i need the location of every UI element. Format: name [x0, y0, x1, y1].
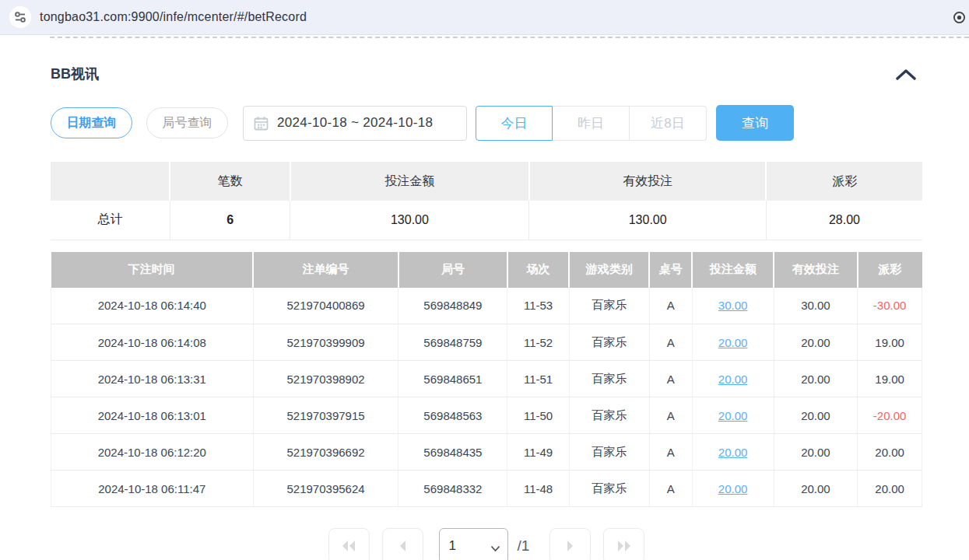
cell-valid-bet: 30.00 — [774, 288, 857, 324]
quick-range-group: 今日 昨日 近8日 — [476, 106, 707, 141]
cell-bet-time: 2024-10-18 06:13:01 — [51, 397, 254, 434]
bet-amount-link[interactable]: 30.00 — [718, 299, 748, 312]
cell-payout: 20.00 — [858, 434, 922, 471]
cell-round-number: 569848759 — [398, 324, 507, 361]
bet-amount-link[interactable]: 20.00 — [718, 446, 748, 459]
cell-game-type: 百家乐 — [569, 434, 649, 471]
tab-date-query[interactable]: 日期查询 — [51, 107, 132, 138]
cell-session: 11-53 — [507, 288, 569, 324]
summary-table: 笔数 投注金额 有效投注 派彩 总计 6 130.00 130.00 28.00 — [51, 162, 922, 240]
cell-valid-bet: 20.00 — [774, 324, 857, 361]
cell-game-type: 百家乐 — [569, 324, 649, 361]
summary-header-valid-bet: 有效投注 — [529, 162, 767, 201]
col-round-number: 局号 — [398, 252, 507, 288]
summary-header-row: 笔数 投注金额 有效投注 派彩 — [51, 162, 922, 201]
bet-amount-link[interactable]: 20.00 — [718, 373, 748, 386]
summary-total-label: 总计 — [51, 201, 170, 240]
col-payout: 派彩 — [858, 252, 922, 288]
col-valid-bet: 有效投注 — [774, 252, 857, 288]
page-select-wrap: 1 — [439, 528, 508, 560]
quick-last8days-button[interactable]: 近8日 — [630, 106, 707, 141]
dashed-divider — [50, 37, 969, 38]
cell-bet-time: 2024-10-18 06:13:31 — [51, 361, 254, 397]
cell-bet-amount: 20.00 — [692, 324, 774, 361]
cell-table-number: A — [649, 397, 692, 434]
cell-session: 11-50 — [507, 397, 569, 434]
date-range-picker[interactable]: 2024-10-18 ~ 2024-10-18 — [243, 106, 467, 141]
first-page-button[interactable] — [328, 528, 370, 560]
cell-payout: 19.00 — [858, 361, 922, 397]
panel-header: BB视讯 — [51, 65, 922, 83]
cell-order-number: 521970397915 — [253, 397, 398, 434]
tab-round-query[interactable]: 局号查询 — [146, 107, 228, 138]
chevron-right-icon — [566, 540, 575, 552]
target-circle-icon[interactable] — [953, 11, 966, 27]
cell-table-number: A — [649, 471, 692, 507]
table-row: 2024-10-18 06:14:40 521970400869 5698488… — [51, 288, 922, 324]
col-game-type: 游戏类别 — [569, 252, 649, 288]
total-pages-label: /1 — [518, 528, 530, 560]
bet-amount-link[interactable]: 20.00 — [718, 482, 748, 495]
summary-header-bet-amount: 投注金额 — [290, 162, 529, 201]
cell-round-number: 569848651 — [398, 361, 507, 397]
table-row: 2024-10-18 06:12:20 521970396692 5698484… — [51, 434, 922, 471]
col-bet-time: 下注时间 — [51, 252, 254, 288]
cell-payout: 19.00 — [858, 324, 922, 361]
bet-record-panel: BB视讯 日期查询 局号查询 — [0, 65, 969, 560]
cell-valid-bet: 20.00 — [774, 397, 857, 434]
col-bet-amount: 投注金额 — [692, 252, 774, 288]
chevron-up-icon — [896, 68, 916, 80]
table-header-row: 下注时间 注单编号 局号 场次 游戏类别 桌号 投注金额 有效投注 派彩 — [51, 252, 922, 288]
cell-session: 11-49 — [507, 434, 569, 471]
pagination-bar: 1 /1 — [51, 528, 922, 560]
prev-page-button[interactable] — [382, 528, 423, 560]
table-row: 2024-10-18 06:14:08 521970399909 5698487… — [51, 324, 922, 361]
double-chevron-left-icon — [340, 540, 357, 552]
last-page-button[interactable] — [603, 528, 644, 560]
tune-icon-glyph — [14, 11, 26, 23]
summary-total-payout: 28.00 — [766, 201, 922, 240]
cell-order-number: 521970398902 — [253, 361, 398, 397]
cell-session: 11-48 — [507, 471, 569, 507]
summary-header-empty — [51, 162, 170, 201]
cell-session: 11-51 — [507, 361, 569, 397]
cell-valid-bet: 20.00 — [774, 361, 857, 397]
table-row: 2024-10-18 06:13:31 521970398902 5698486… — [51, 361, 922, 397]
cell-game-type: 百家乐 — [569, 397, 649, 434]
table-row: 2024-10-18 06:11:47 521970395624 5698483… — [51, 471, 922, 507]
cell-table-number: A — [649, 288, 692, 324]
url-text[interactable]: tongbao31.com:9900/infe/mcenter/#/betRec… — [40, 10, 307, 24]
cell-round-number: 569848435 — [398, 434, 507, 471]
col-table-number: 桌号 — [649, 252, 692, 288]
date-range-value: 2024-10-18 ~ 2024-10-18 — [277, 115, 433, 131]
cell-bet-time: 2024-10-18 06:12:20 — [51, 434, 254, 471]
cell-order-number: 521970399909 — [253, 324, 398, 361]
cell-session: 11-52 — [507, 324, 569, 361]
page-select[interactable]: 1 — [439, 528, 508, 560]
summary-total-row: 总计 6 130.00 130.00 28.00 — [51, 201, 922, 240]
collapse-panel-button[interactable] — [896, 68, 916, 80]
summary-total-count: 6 — [170, 201, 290, 240]
cell-order-number: 521970395624 — [253, 471, 398, 507]
table-row: 2024-10-18 06:13:01 521970397915 5698485… — [51, 397, 922, 434]
cell-valid-bet: 20.00 — [774, 434, 857, 471]
cell-bet-amount: 20.00 — [692, 397, 774, 434]
bet-amount-link[interactable]: 20.00 — [718, 409, 748, 422]
bet-records-table: 下注时间 注单编号 局号 场次 游戏类别 桌号 投注金额 有效投注 派彩 202… — [51, 252, 922, 508]
cell-bet-amount: 20.00 — [692, 434, 774, 471]
cell-round-number: 569848849 — [398, 288, 507, 324]
cell-game-type: 百家乐 — [569, 471, 649, 507]
page-title: BB视讯 — [51, 65, 99, 83]
cell-order-number: 521970400869 — [253, 288, 398, 324]
site-settings-icon[interactable] — [9, 6, 31, 28]
chevron-left-icon — [398, 540, 407, 552]
browser-url-bar: tongbao31.com:9900/infe/mcenter/#/betRec… — [0, 0, 969, 35]
search-button[interactable]: 查询 — [716, 105, 794, 141]
bet-amount-link[interactable]: 20.00 — [718, 336, 748, 349]
next-page-button[interactable] — [549, 528, 591, 560]
quick-yesterday-button[interactable]: 昨日 — [553, 106, 630, 141]
quick-today-button[interactable]: 今日 — [476, 106, 553, 141]
cell-valid-bet: 20.00 — [774, 471, 857, 507]
cell-round-number: 569848332 — [398, 471, 507, 507]
target-icon-glyph — [953, 11, 966, 24]
